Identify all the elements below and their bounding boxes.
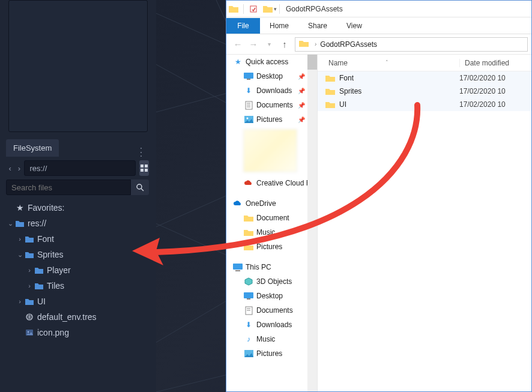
column-date[interactable]: Date modified [459,59,531,67]
ribbon-share-tab[interactable]: Share [298,18,337,34]
path-input[interactable] [24,160,136,176]
sidebar-tp-desktop[interactable]: Desktop [226,289,317,303]
chevron-right-icon[interactable]: › [315,41,316,47]
sidebar-od-documents[interactable]: Document [226,211,317,225]
tree-folder-tiles[interactable]: ›Tiles [6,278,149,294]
sidebar-scrollbar[interactable] [307,55,317,391]
svg-rect-27 [235,270,240,271]
image-icon [24,328,35,337]
folder-icon [325,88,336,95]
pin-icon: 📌 [298,88,305,94]
folder-icon [34,267,44,274]
sidebar-onedrive[interactable]: OneDrive [226,196,317,211]
window-title: GodotRPGAssets [286,5,343,13]
sort-asc-icon: ˄ [385,59,388,65]
nav-up-button[interactable]: ↑ [277,39,292,49]
svg-rect-28 [244,292,253,298]
sidebar-downloads[interactable]: ⬇Downloads📌 [226,83,317,98]
sidebar-thumbnail[interactable] [243,129,297,172]
file-row[interactable]: UI17/02/2020 10 [318,98,531,111]
sidebar-tp-downloads[interactable]: ⬇Downloads [226,318,317,332]
nav-forward-button[interactable]: → [246,39,261,49]
ribbon-file-tab[interactable]: File [226,18,260,34]
favorites-header[interactable]: ★Favorites: [6,200,149,216]
explorer-window: ▾ GodotRPGAssets File Home Share View ← … [226,0,532,392]
properties-icon[interactable] [246,5,261,13]
svg-rect-9 [145,164,148,167]
nav-back-button[interactable]: ← [230,39,246,49]
qa-dropdown-icon[interactable]: ▾ [274,6,277,12]
folder-icon [325,101,336,108]
ribbon-view-tab[interactable]: View [337,18,372,34]
tree-root[interactable]: ⌄res:// [6,216,149,231]
sidebar-3d-objects[interactable]: 3D Objects [226,274,317,289]
sidebar-documents[interactable]: Documents📌 [226,98,317,112]
filesystem-tab[interactable]: FileSystem [6,139,59,157]
3d-icon [243,277,254,286]
sidebar-this-pc[interactable]: This PC [226,260,317,274]
pin-icon: 📌 [298,102,305,109]
file-date: 17/02/2020 10 [459,74,531,82]
svg-rect-8 [141,164,144,167]
address-bar[interactable]: › GodotRPGAssets [295,37,528,52]
file-date: 17/02/2020 10 [459,87,531,95]
download-icon: ⬇ [243,86,254,95]
file-name: UI [339,100,459,109]
history-forward-button[interactable]: › [15,161,23,175]
sidebar-desktop[interactable]: Desktop📌 [226,69,317,83]
creative-cloud-icon [243,180,254,187]
file-tree: ★Favorites: ⌄res:// ›Font ⌄Sprites ›Play… [6,200,149,340]
svg-point-12 [137,184,142,189]
titlebar[interactable]: ▾ GodotRPGAssets [226,1,531,17]
file-list[interactable]: Name˄ Date modified Font17/02/2020 10Spr… [318,55,531,391]
godot-panel: FileSystem ⋮ ‹ › ★Favorites: ⌄res:// ›Fo… [0,0,156,392]
tree-folder-font[interactable]: ›Font [6,231,149,247]
desktop-icon [243,292,254,300]
folder-icon [243,229,254,236]
search-button[interactable] [131,179,149,195]
folder-icon [243,243,254,250]
nav-recent-button[interactable]: ▾ [261,41,277,47]
view-toggle-button[interactable] [139,160,149,176]
sidebar-creative-cloud[interactable]: Creative Cloud Fil [226,176,317,190]
tree-folder-sprites[interactable]: ⌄Sprites [6,247,149,262]
tree-folder-ui[interactable]: ›UI [6,294,149,309]
tree-file-default-env[interactable]: default_env.tres [6,309,149,325]
folder-icon [243,214,254,222]
new-folder-icon[interactable] [261,5,275,13]
sidebar-tp-music[interactable]: ♪Music [226,332,317,346]
file-name: Font [339,74,459,82]
music-icon: ♪ [243,335,254,343]
breadcrumb-item[interactable]: GodotRPGAssets [320,40,377,49]
svg-line-13 [141,188,144,191]
sidebar-tp-documents[interactable]: Documents [226,303,317,318]
svg-point-16 [28,331,29,333]
search-input[interactable] [6,179,131,195]
star-icon: ★ [232,58,243,66]
pin-icon: 📌 [298,116,305,123]
column-name[interactable]: Name˄ [318,59,459,67]
ribbon: File Home Share View [226,17,531,34]
history-back-button[interactable]: ‹ [6,161,14,175]
sidebar-quick-access[interactable]: ★Quick access [226,55,317,69]
folder-icon [226,5,241,13]
folder-icon [299,40,309,49]
documents-icon [243,101,254,110]
preview-box [8,0,148,132]
onedrive-icon [232,201,243,207]
tree-file-icon-png[interactable]: icon.png [6,325,149,340]
svg-rect-11 [145,169,148,172]
folder-icon [24,251,35,258]
sidebar-pictures[interactable]: Pictures📌 [226,112,317,127]
panel-menu-icon[interactable]: ⋮ [136,145,145,158]
file-row[interactable]: Sprites17/02/2020 10 [318,85,531,98]
desktop-icon [243,73,254,80]
sidebar-od-music[interactable]: Music [226,225,317,240]
star-icon: ★ [14,200,25,216]
folder-icon [24,235,35,243]
sidebar-tp-pictures[interactable]: Pictures [226,346,317,361]
file-row[interactable]: Font17/02/2020 10 [318,71,531,85]
sidebar-od-pictures[interactable]: Pictures [226,240,317,254]
ribbon-home-tab[interactable]: Home [260,18,298,34]
tree-folder-player[interactable]: ›Player [6,262,149,278]
